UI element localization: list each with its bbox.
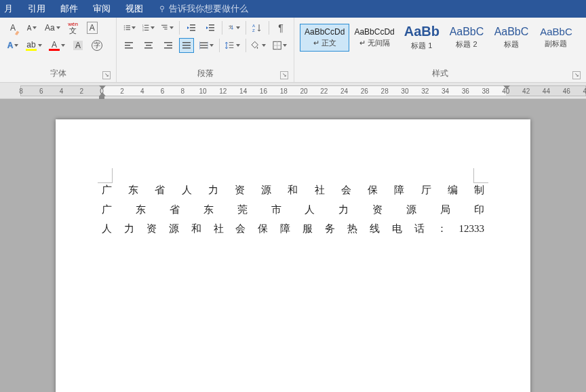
increase-indent-button[interactable] [203,20,218,35]
horizontal-ruler[interactable]: 8642024681012141618202224262830323436384… [0,83,586,99]
svg-rect-12 [144,30,149,31]
sort-button[interactable]: AZ [250,20,265,35]
align-right-button[interactable] [160,38,175,53]
menu-tab-references[interactable]: 引用 [28,3,45,15]
svg-rect-13 [161,25,168,26]
style-标题2[interactable]: AaBbC标题 2 [444,22,489,53]
tell-me-text: 告诉我你想要做什么 [169,3,248,15]
font-group-label: 字体 ↘ [5,66,111,81]
menu-tab-view[interactable]: 视图 [125,3,143,15]
svg-rect-28 [144,42,153,43]
change-case-button[interactable]: Aa [43,20,62,35]
style-标题[interactable]: AaBbC标题 [489,22,534,53]
svg-rect-39 [200,47,208,48]
numbering-button[interactable]: 123 [141,20,156,35]
show-marks-button[interactable]: ¶ [273,20,288,35]
styles-dialog-launcher[interactable]: ↘ [572,71,581,79]
svg-rect-36 [182,47,191,49]
highlight-button[interactable]: ab [24,38,43,53]
svg-text:文: 文 [228,24,232,29]
svg-rect-21 [209,30,214,31]
document-line[interactable]: 广东省人力资源和社会保障厅编制 [102,180,484,200]
char-shading-button[interactable]: A [71,38,85,53]
font-size-inc-button[interactable]: A [24,20,39,35]
svg-rect-17 [190,27,195,28]
menu-bar: 月 引用 邮件 审阅 视图 告诉我你想要做什么 [0,0,586,18]
svg-rect-18 [190,30,195,31]
svg-rect-2 [126,25,130,26]
align-distributed-button[interactable] [198,38,215,53]
styles-group: AaBbCcDd↵ 正文AaBbCcDd↵ 无间隔AaBb标题 1AaBbC标题… [294,18,586,82]
paragraph-dialog-launcher[interactable]: ↘ [280,71,288,79]
svg-rect-20 [209,27,214,28]
document-line[interactable]: 人力资源和社会保障服务热线电话：12333 [102,219,484,239]
svg-rect-32 [167,45,172,46]
document-area[interactable]: 广东省人力资源和社会保障厅编制广东省东莞市人力资源局印人力资源和社会保障服务热线… [0,99,586,392]
text-effects-button[interactable]: A [5,38,20,53]
text-direction-button[interactable]: 文 [227,20,241,35]
svg-rect-35 [182,45,191,46]
svg-rect-42 [229,47,234,48]
enclose-chars-button[interactable]: 字 [90,38,104,53]
svg-rect-26 [125,45,130,46]
shading-button[interactable] [250,38,267,53]
svg-rect-33 [164,47,172,49]
paragraph-group-label: 段落 ↘ [122,66,288,81]
svg-point-1 [124,25,125,26]
page: 广东省人力资源和社会保障厅编制广东省东莞市人力资源局印人力资源和社会保障服务热线… [56,119,530,392]
svg-rect-19 [209,24,214,26]
ribbon: A A Aa wén文 A A ab A A 字 字体 [0,18,586,83]
style-↵无间隔[interactable]: AaBbCcDd↵ 无间隔 [349,24,399,52]
margin-corner-icon [473,168,488,183]
bullets-button[interactable] [122,20,137,35]
svg-rect-40 [229,42,234,43]
svg-rect-4 [126,27,130,28]
character-border-button[interactable]: A [85,20,100,35]
styles-group-label: 样式 ↘ [300,66,581,81]
svg-point-0 [161,6,164,9]
svg-rect-41 [229,45,234,45]
font-group: A A Aa wén文 A A ab A A 字 字体 [0,18,117,82]
font-dialog-launcher[interactable]: ↘ [102,71,111,79]
menu-tab-mail[interactable]: 邮件 [60,3,78,15]
menu-tab-review[interactable]: 审阅 [93,3,111,15]
svg-rect-16 [190,24,195,26]
svg-rect-38 [200,45,208,45]
clear-formatting-button[interactable]: A [5,20,20,35]
style-标题1[interactable]: AaBb标题 1 [399,20,444,54]
svg-rect-34 [182,42,191,43]
align-justify-button[interactable] [179,38,194,53]
lightbulb-icon [158,5,166,13]
svg-point-5 [124,29,125,30]
align-center-button[interactable] [141,38,156,53]
style-↵正文[interactable]: AaBbCcDd↵ 正文 [300,24,349,52]
svg-rect-8 [144,25,149,26]
decrease-indent-button[interactable] [184,20,199,35]
font-color-button[interactable]: A [47,38,66,53]
svg-rect-31 [164,42,172,43]
svg-rect-14 [163,27,167,28]
svg-text:3: 3 [142,29,144,32]
phonetic-guide-button[interactable]: wén文 [66,20,81,35]
line-spacing-button[interactable] [224,38,241,53]
document-line[interactable]: 广东省东莞市人力资源局印 [102,200,484,220]
svg-point-3 [124,27,125,28]
svg-rect-25 [125,42,133,43]
multilevel-list-button[interactable] [160,20,175,35]
tell-me-search[interactable]: 告诉我你想要做什么 [158,3,248,15]
margin-corner-icon [98,168,113,183]
svg-text:A: A [252,24,255,28]
document-body[interactable]: 广东省人力资源和社会保障厅编制广东省东莞市人力资源局印人力资源和社会保障服务热线… [102,180,484,239]
svg-rect-30 [144,47,153,49]
align-left-button[interactable] [122,38,137,53]
style-副标题[interactable]: AaBbC副标题 [534,22,579,52]
svg-text:Z: Z [252,28,255,33]
svg-rect-27 [125,47,133,49]
svg-rect-15 [164,28,167,29]
borders-button[interactable] [271,38,288,53]
svg-rect-6 [126,29,130,30]
svg-rect-37 [200,42,208,43]
paragraph-group: 123 文 AZ ¶ [117,18,294,82]
menu-tab-partial[interactable]: 月 [4,3,13,15]
svg-rect-29 [146,45,151,46]
